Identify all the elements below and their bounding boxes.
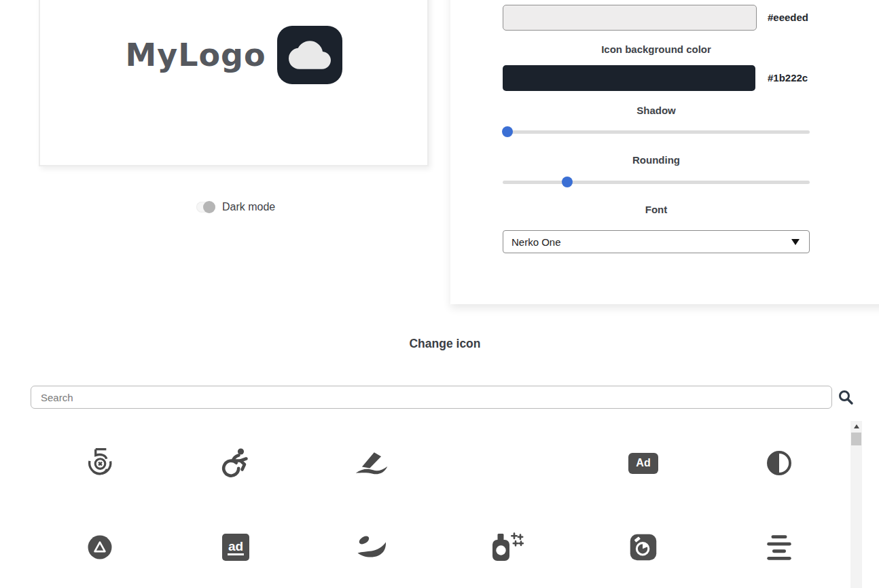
font-label: Font — [503, 204, 810, 215]
logo-text: MyLogo — [125, 37, 266, 73]
logo-preview: MyLogo — [40, 24, 427, 86]
bg-color-hex: #eeeded — [768, 12, 863, 23]
adn-icon — [86, 533, 114, 562]
air-freshener-icon — [490, 531, 524, 564]
icon-cell-accessible[interactable] — [168, 421, 304, 505]
cloud-icon — [289, 34, 331, 76]
search-input[interactable] — [31, 386, 832, 409]
logo-preview-card: MyLogo — [39, 0, 429, 166]
shadow-slider[interactable] — [503, 130, 810, 134]
font-select[interactable]: Nerko One — [503, 230, 810, 253]
logo-maker-app: MyLogo Dark mode #eeeded Icon background… — [0, 0, 879, 588]
ad-icon: Ad — [628, 453, 658, 474]
icon-bg-hex: #1b222c — [768, 72, 863, 84]
settings-panel: #eeeded Icon background color #1b222c Sh… — [450, 0, 879, 304]
adversal-icon: ad — [222, 534, 249, 561]
icon-cell-adversal[interactable]: ad — [168, 505, 304, 588]
icon-cell-affiliatetheme[interactable] — [304, 505, 440, 588]
dark-mode-toggle-knob[interactable] — [203, 201, 215, 213]
algolia-icon — [628, 532, 658, 562]
shadow-label: Shadow — [503, 105, 810, 116]
dark-mode-toggle[interactable] — [196, 202, 215, 213]
dark-mode-row: Dark mode — [196, 201, 275, 213]
logo-icon-tile — [277, 26, 342, 84]
accusoft-icon — [354, 449, 389, 477]
icon-cell-align-center[interactable] — [711, 505, 847, 588]
font-select-value: Nerko One — [512, 236, 791, 248]
scrollbar-up-button[interactable] — [850, 421, 862, 432]
change-icon-title: Change icon — [5, 337, 879, 351]
shadow-slider-thumb[interactable] — [502, 126, 513, 137]
search-icon — [838, 389, 854, 405]
search-button[interactable] — [838, 389, 854, 405]
icon-cell-adn[interactable] — [32, 505, 168, 588]
scrollbar-thumb[interactable] — [851, 433, 861, 445]
500px-icon — [83, 446, 117, 480]
rounding-label: Rounding — [503, 154, 810, 166]
icon-cell-500px[interactable] — [32, 421, 168, 505]
icon-cell-blank — [440, 421, 575, 505]
scroll-up-icon — [854, 424, 859, 428]
rounding-slider-thumb[interactable] — [562, 177, 573, 187]
accessible-icon — [219, 447, 252, 479]
affiliatetheme-icon — [355, 533, 388, 562]
icon-cell-air-freshener[interactable] — [440, 505, 575, 588]
icon-cell-adjust[interactable] — [711, 421, 847, 505]
icon-bg-label: Icon background color — [503, 43, 810, 55]
icon-cell-ad[interactable]: Ad — [575, 421, 711, 505]
bg-color-swatch[interactable] — [503, 5, 757, 31]
icon-grid: Ad ad — [32, 421, 847, 588]
align-center-icon — [764, 532, 795, 563]
icon-cell-accusoft[interactable] — [304, 421, 440, 505]
chevron-down-icon — [791, 239, 800, 245]
rounding-slider[interactable] — [503, 181, 810, 184]
dark-mode-label: Dark mode — [222, 201, 275, 213]
icon-grid-scrollbar[interactable] — [850, 421, 862, 588]
adjust-icon — [764, 448, 794, 478]
icon-cell-algolia[interactable] — [575, 505, 711, 588]
icon-bg-color-swatch[interactable] — [503, 65, 755, 91]
